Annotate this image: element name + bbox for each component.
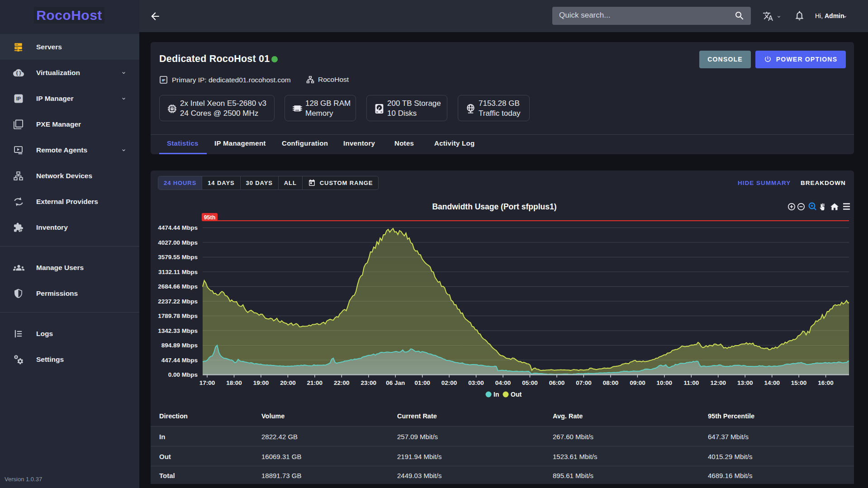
svg-text:10:00: 10:00 <box>657 379 673 386</box>
svg-text:07:00: 07:00 <box>576 379 592 386</box>
svg-text:95th: 95th <box>204 214 216 221</box>
svg-text:23:00: 23:00 <box>361 379 377 386</box>
svg-text:16:00: 16:00 <box>818 379 834 386</box>
svg-text:05:00: 05:00 <box>522 379 538 386</box>
svg-text:IP: IP <box>16 96 21 101</box>
svg-text:3579.55 Mbps: 3579.55 Mbps <box>158 254 198 261</box>
svg-text:08:00: 08:00 <box>603 379 619 386</box>
svg-text:09:00: 09:00 <box>630 379 645 386</box>
svg-text:Out: Out <box>511 391 522 398</box>
svg-text:01:00: 01:00 <box>414 379 430 386</box>
svg-text:1789.78 Mbps: 1789.78 Mbps <box>158 313 198 319</box>
svg-text:03:00: 03:00 <box>468 379 484 386</box>
svg-text:18:00: 18:00 <box>226 379 242 386</box>
svg-text:22:00: 22:00 <box>334 379 350 386</box>
svg-text:21:00: 21:00 <box>307 379 323 386</box>
svg-text:15:00: 15:00 <box>791 379 807 386</box>
svg-text:In: In <box>493 391 499 398</box>
svg-text:04:00: 04:00 <box>495 379 511 386</box>
svg-text:IP: IP <box>162 78 165 82</box>
svg-text:1342.33 Mbps: 1342.33 Mbps <box>158 327 198 334</box>
svg-text:3132.11 Mbps: 3132.11 Mbps <box>158 269 198 275</box>
svg-text:12:00: 12:00 <box>710 379 726 386</box>
svg-text:894.89 Mbps: 894.89 Mbps <box>161 342 198 349</box>
svg-text:14:00: 14:00 <box>764 379 780 386</box>
svg-text:06:00: 06:00 <box>549 379 565 386</box>
svg-text:06 Jan: 06 Jan <box>386 379 405 386</box>
svg-text:2684.66 Mbps: 2684.66 Mbps <box>158 283 198 290</box>
svg-text:17:00: 17:00 <box>199 379 215 386</box>
svg-text:2237.22 Mbps: 2237.22 Mbps <box>158 298 198 305</box>
svg-text:0.00 Mbps: 0.00 Mbps <box>168 371 198 378</box>
svg-text:447.44 Mbps: 447.44 Mbps <box>161 357 198 364</box>
svg-text:4027.00 Mbps: 4027.00 Mbps <box>158 239 198 246</box>
svg-text:4474.44 Mbps: 4474.44 Mbps <box>158 224 198 231</box>
svg-text:13:00: 13:00 <box>737 379 753 386</box>
svg-text:20:00: 20:00 <box>280 379 296 386</box>
svg-text:19:00: 19:00 <box>253 379 269 386</box>
svg-text:{ }: { } <box>16 70 21 76</box>
svg-text:11:00: 11:00 <box>683 379 699 386</box>
svg-text:02:00: 02:00 <box>441 379 457 386</box>
